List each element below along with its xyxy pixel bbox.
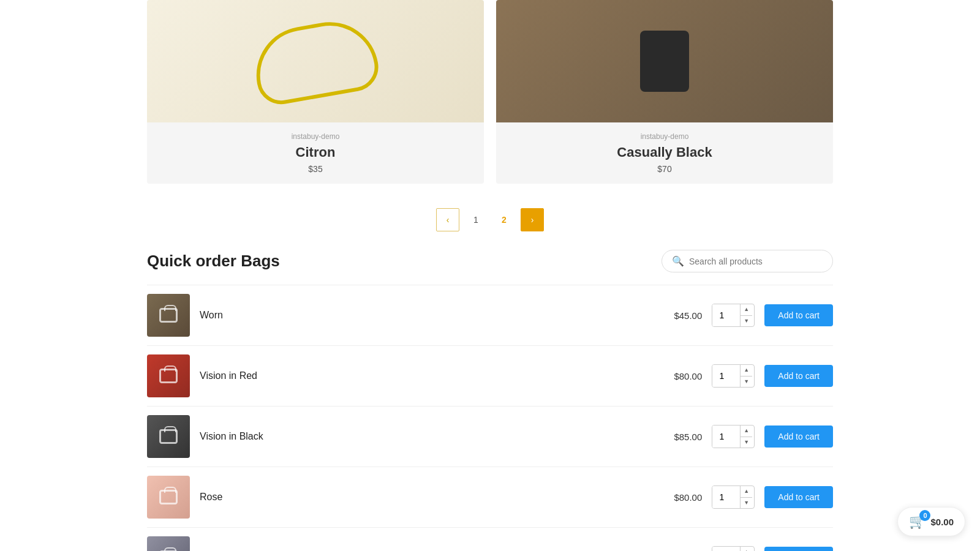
bag-icon-worn [159, 308, 178, 323]
product-price-worn: $45.00 [653, 310, 702, 321]
quantity-up-rose[interactable]: ▲ [741, 486, 752, 498]
featured-image-black [496, 0, 833, 122]
quantity-arrows-vision-red: ▲ ▼ [740, 365, 752, 387]
featured-name-citron: Citron [157, 144, 474, 160]
quantity-up-shoulder[interactable]: ▲ [741, 547, 752, 551]
featured-price-black: $70 [506, 164, 823, 174]
quantity-input-rose[interactable] [712, 486, 740, 508]
cart-total: $0.00 [930, 517, 954, 527]
quantity-input-vision-black[interactable] [712, 425, 740, 448]
bag-icon-rose [159, 490, 178, 504]
featured-name-black: Casually Black [506, 144, 823, 160]
quantity-down-worn[interactable]: ▼ [741, 316, 752, 327]
product-price-vision-red: $80.00 [653, 371, 702, 381]
product-search-box[interactable]: 🔍 [662, 250, 833, 272]
pagination-page-1[interactable]: 1 [464, 208, 488, 231]
featured-store-black: instabuy-demo [506, 132, 823, 141]
quantity-spinner-vision-red[interactable]: ▲ ▼ [712, 364, 755, 388]
add-to-cart-worn[interactable]: Add to cart [764, 304, 833, 326]
featured-price-citron: $35 [157, 164, 474, 174]
quantity-spinner-worn[interactable]: ▲ ▼ [712, 304, 755, 327]
cart-icon-wrapper: 🛒 0 [909, 514, 925, 530]
table-row: Worn $45.00 ▲ ▼ Add to cart [147, 285, 833, 346]
black-bag-graphic [640, 31, 689, 92]
bag-icon-vision-red [159, 369, 178, 383]
quantity-down-vision-black[interactable]: ▼ [741, 437, 752, 448]
table-row: Over the Shoulder $80.00 ▲ ▼ Add to cart [147, 528, 833, 551]
quantity-arrows-rose: ▲ ▼ [740, 486, 752, 508]
quick-order-header: Quick order Bags 🔍 [147, 250, 833, 272]
pagination: ‹ 1 2 › [147, 208, 833, 231]
quantity-spinner-shoulder[interactable]: ▲ ▼ [712, 546, 755, 551]
table-row: Vision in Black $85.00 ▲ ▼ Add to cart [147, 407, 833, 467]
featured-image-citron [147, 0, 484, 122]
featured-card-casually-black[interactable]: instabuy-demo Casually Black $70 [496, 0, 833, 184]
thumb-graphic-worn [147, 294, 190, 337]
citron-bag-graphic [249, 15, 382, 108]
quantity-up-vision-black[interactable]: ▲ [741, 425, 752, 437]
quantity-arrows-worn: ▲ ▼ [740, 304, 752, 326]
add-to-cart-vision-black[interactable]: Add to cart [764, 425, 833, 448]
add-to-cart-rose[interactable]: Add to cart [764, 486, 833, 508]
quantity-arrows-vision-black: ▲ ▼ [740, 425, 752, 448]
product-thumbnail-vision-red [147, 354, 190, 397]
quantity-up-vision-red[interactable]: ▲ [741, 365, 752, 377]
product-thumbnail-shoulder [147, 536, 190, 551]
quantity-up-worn[interactable]: ▲ [741, 304, 752, 316]
add-to-cart-shoulder[interactable]: Add to cart [764, 547, 833, 551]
featured-card-body-citron: instabuy-demo Citron $35 [147, 122, 484, 184]
table-row: Rose $80.00 ▲ ▼ Add to cart [147, 467, 833, 528]
quick-order-title: Quick order Bags [147, 252, 280, 271]
quick-order-list: Worn $45.00 ▲ ▼ Add to cart Vision in Re… [147, 285, 833, 551]
product-thumbnail-vision-black [147, 415, 190, 458]
quantity-spinner-vision-black[interactable]: ▲ ▼ [712, 425, 755, 448]
product-thumbnail-rose [147, 476, 190, 519]
quantity-down-vision-red[interactable]: ▼ [741, 377, 752, 388]
pagination-next[interactable]: › [521, 208, 544, 231]
featured-store-citron: instabuy-demo [157, 132, 474, 141]
quantity-spinner-rose[interactable]: ▲ ▼ [712, 485, 755, 509]
search-icon: 🔍 [672, 255, 684, 267]
pagination-page-2[interactable]: 2 [492, 208, 516, 231]
product-name-worn: Worn [200, 310, 643, 321]
add-to-cart-vision-red[interactable]: Add to cart [764, 365, 833, 387]
quantity-down-rose[interactable]: ▼ [741, 498, 752, 509]
product-name-vision-red: Vision in Red [200, 370, 643, 381]
thumb-graphic-shoulder [147, 536, 190, 551]
cart-badge: 0 [919, 510, 930, 521]
product-name-vision-black: Vision in Black [200, 431, 643, 442]
quantity-arrows-shoulder: ▲ ▼ [740, 547, 752, 551]
featured-products-section: instabuy-demo Citron $35 instabuy-demo C… [147, 0, 833, 184]
quantity-input-shoulder[interactable] [712, 547, 740, 551]
thumb-graphic-vision-red [147, 354, 190, 397]
product-name-rose: Rose [200, 492, 643, 503]
bag-icon-vision-black [159, 429, 178, 444]
table-row: Vision in Red $80.00 ▲ ▼ Add to cart [147, 346, 833, 407]
product-price-rose: $80.00 [653, 492, 702, 503]
thumb-graphic-rose [147, 476, 190, 519]
featured-card-citron[interactable]: instabuy-demo Citron $35 [147, 0, 484, 184]
pagination-prev[interactable]: ‹ [436, 208, 459, 231]
featured-card-body-black: instabuy-demo Casually Black $70 [496, 122, 833, 184]
thumb-graphic-vision-black [147, 415, 190, 458]
product-thumbnail-worn [147, 294, 190, 337]
product-price-vision-black: $85.00 [653, 432, 702, 442]
quantity-input-vision-red[interactable] [712, 365, 740, 387]
quantity-input-worn[interactable] [712, 304, 740, 326]
search-input[interactable] [689, 257, 823, 266]
cart-widget[interactable]: 🛒 0 $0.00 [897, 507, 965, 536]
